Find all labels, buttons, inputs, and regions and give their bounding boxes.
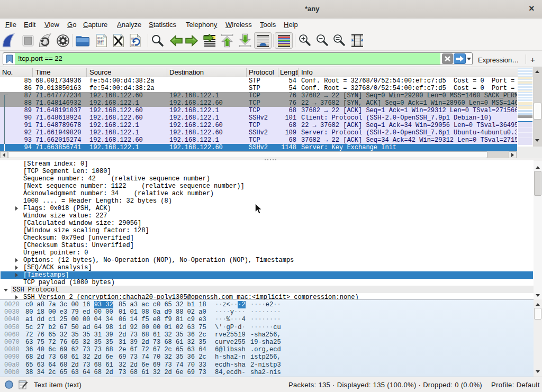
svg-text:0311: 0311 bbox=[97, 42, 104, 45]
